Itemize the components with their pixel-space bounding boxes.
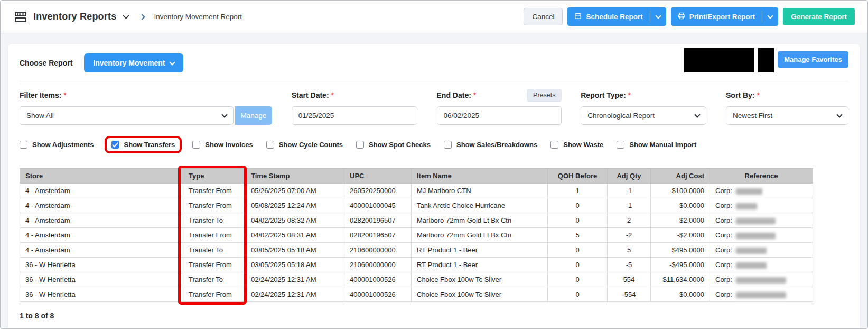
- checkbox-icon: [356, 141, 364, 149]
- report-type-dropdown-label: Inventory Movement: [93, 59, 165, 67]
- checkbox-checked-icon: [111, 141, 119, 149]
- table-row: 4 - AmsterdamTransfer From05/08/2025 12:…: [20, 198, 813, 213]
- schedule-report-label: Schedule Report: [586, 13, 642, 21]
- report-type-select[interactable]: Chronological Report: [581, 106, 706, 125]
- redacted-reference: [736, 248, 767, 254]
- cancel-button[interactable]: Cancel: [524, 8, 563, 25]
- choose-report-row: Choose Report Inventory Movement Manage …: [20, 53, 848, 81]
- required-asterisk: *: [331, 91, 334, 99]
- required-asterisk: *: [628, 91, 631, 99]
- table-header-row: Store Type Time Stamp UPC Item Name QOH …: [20, 169, 813, 184]
- checkbox-icon: [192, 141, 200, 149]
- sort-by-group: Sort By:* Newest First: [726, 89, 848, 125]
- toggle-show-spot-checks[interactable]: Show Spot Checks: [356, 141, 431, 149]
- chevron-down-icon: [170, 59, 175, 65]
- row-count-status: 1 to 8 of 8: [20, 312, 848, 320]
- app-window: Inventory Reports Inventory Movement Rep…: [0, 0, 868, 329]
- table-row: 4 - AmsterdamTransfer From04/02/2025 08:…: [20, 228, 813, 243]
- schedule-report-dropdown-toggle[interactable]: [650, 11, 666, 23]
- filter-items-value: Show All: [26, 112, 54, 120]
- start-date-label: Start Date:*: [292, 91, 334, 99]
- redacted-reference: [736, 203, 757, 209]
- table-row: 4 - AmsterdamTransfer To04/02/2025 08:32…: [20, 213, 813, 228]
- required-asterisk: *: [473, 91, 476, 99]
- toggle-show-transfers[interactable]: Show Transfers: [105, 136, 182, 153]
- report-type-dropdown[interactable]: Inventory Movement: [84, 53, 183, 72]
- page-title: Inventory Reports: [33, 11, 116, 22]
- breadcrumb-chevron-right-icon: [139, 14, 145, 20]
- chevron-down-icon: [836, 112, 842, 117]
- col-reference: Reference: [710, 169, 813, 184]
- col-item-name: Item Name: [412, 169, 548, 184]
- report-type-label: Report Type:*: [581, 91, 631, 99]
- toggle-show-cycle-counts[interactable]: Show Cycle Counts: [266, 141, 343, 149]
- redacted-reference: [736, 262, 767, 269]
- col-type: Type: [183, 169, 246, 184]
- presets-button[interactable]: Presets: [527, 89, 561, 102]
- col-adj-cost: Adj Cost: [651, 169, 710, 184]
- checkbox-icon: [550, 141, 558, 149]
- col-qoh-before: QOH Before: [548, 169, 608, 184]
- redacted-reference: [736, 218, 776, 224]
- print-export-report-button[interactable]: Print/Export Report: [671, 7, 779, 26]
- filter-items-group: Filter Items:* Show All Manage: [20, 89, 272, 125]
- top-bar: Inventory Reports Inventory Movement Rep…: [1, 1, 867, 33]
- toggle-show-manual-import[interactable]: Show Manual Import: [617, 141, 696, 149]
- choose-report-label: Choose Report: [20, 59, 72, 67]
- redacted-reference: [736, 233, 776, 239]
- manage-favorites-button[interactable]: Manage Favorites: [778, 51, 848, 68]
- filter-items-label: Filter Items:*: [20, 91, 67, 99]
- col-time-stamp: Time Stamp: [246, 169, 344, 184]
- inventory-reports-icon: [14, 11, 27, 23]
- start-date-input[interactable]: [292, 106, 417, 125]
- table-row: 4 - AmsterdamTransfer To03/05/2025 05:18…: [20, 243, 813, 258]
- redacted-reference: [736, 277, 786, 284]
- toggle-show-sales-breakdowns[interactable]: Show Sales/Breakdowns: [444, 141, 537, 149]
- checkbox-icon: [617, 141, 624, 149]
- filters-row: Filter Items:* Show All Manage Start Dat…: [20, 81, 848, 125]
- required-asterisk: *: [63, 91, 66, 99]
- calendar-icon: [574, 12, 582, 21]
- show-toggles-row: Show Adjustments Show Transfers Show Inv…: [20, 136, 848, 152]
- redacted-favorites-block: [684, 48, 754, 72]
- report-type-group: Report Type:* Chronological Report: [581, 89, 706, 125]
- end-date-input[interactable]: [437, 106, 562, 125]
- chevron-down-icon: [695, 112, 701, 117]
- table-row: 36 - W HenriettaTransfer From03/05/2025 …: [20, 258, 813, 272]
- redacted-reference: [736, 188, 762, 195]
- redacted-reference: [736, 292, 786, 298]
- generate-report-button[interactable]: Generate Report: [783, 8, 855, 25]
- report-type-value: Chronological Report: [587, 112, 655, 120]
- col-upc: UPC: [344, 169, 412, 184]
- breadcrumb: Inventory Movement Report: [154, 13, 242, 21]
- chevron-down-icon: [768, 13, 773, 19]
- toggle-show-waste[interactable]: Show Waste: [550, 141, 603, 149]
- results-table: Store Type Time Stamp UPC Item Name QOH …: [20, 168, 813, 302]
- printer-icon: [678, 12, 685, 21]
- redacted-favorites-block-small: [758, 48, 774, 72]
- table-row: 4 - AmsterdamTransfer From05/26/2025 07:…: [20, 184, 813, 198]
- checkbox-icon: [444, 141, 452, 149]
- filter-items-select[interactable]: Show All: [20, 106, 234, 125]
- required-asterisk: *: [757, 91, 759, 99]
- title-chevron-down-icon[interactable]: [123, 12, 130, 19]
- print-export-dropdown-toggle[interactable]: [762, 11, 778, 23]
- print-export-report-label: Print/Export Report: [689, 13, 755, 21]
- manage-filter-items-button[interactable]: Manage: [235, 106, 272, 125]
- toggle-show-adjustments[interactable]: Show Adjustments: [20, 141, 94, 149]
- end-date-label: End Date:*: [437, 91, 477, 99]
- col-adj-qty: Adj Qty: [608, 169, 651, 184]
- checkbox-icon: [266, 141, 274, 149]
- results-table-wrap: Store Type Time Stamp UPC Item Name QOH …: [20, 168, 813, 302]
- checkbox-icon: [20, 141, 27, 149]
- col-store: Store: [20, 169, 183, 184]
- report-builder-card: Choose Report Inventory Movement Manage …: [8, 44, 860, 329]
- start-date-group: Start Date:*: [292, 89, 417, 125]
- schedule-report-button[interactable]: Schedule Report: [567, 7, 666, 26]
- sort-by-value: Newest First: [733, 112, 772, 120]
- toggle-show-invoices[interactable]: Show Invoices: [192, 141, 253, 149]
- sort-by-label: Sort By:*: [726, 91, 760, 99]
- table-row: 36 - W HenriettaTransfer From02/24/2025 …: [20, 287, 813, 302]
- chevron-down-icon: [655, 13, 661, 19]
- sort-by-select[interactable]: Newest First: [726, 106, 848, 125]
